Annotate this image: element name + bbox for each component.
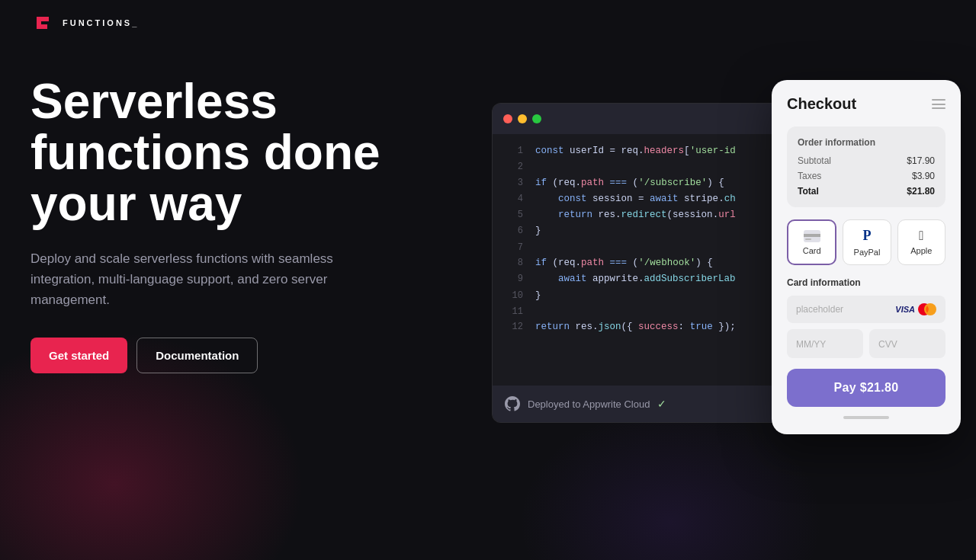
card-info-section: Card information placeholder VISA MM/YY … [787, 277, 946, 358]
visa-logo: VISA [895, 305, 915, 314]
payment-method-card[interactable]: Card [787, 219, 836, 265]
code-line-3: 3 if (req.path === ('/subscribe') { [493, 175, 781, 191]
cvv-placeholder: CVV [878, 339, 897, 350]
github-icon [505, 396, 520, 411]
code-line-10: 10 } [493, 288, 781, 304]
header: FUNCTIONS_ [0, 0, 976, 46]
checkout-card: Checkout Order information Subtotal $17.… [772, 80, 961, 434]
subtotal-label: Subtotal [798, 155, 831, 166]
hero-section: Serverless functions done your way Deplo… [30, 76, 381, 373]
code-line-4: 4 const session = await stripe.ch [493, 191, 781, 207]
close-dot [503, 114, 512, 123]
credit-card-icon [804, 230, 820, 242]
code-line-7: 7 [493, 240, 781, 255]
order-info-section: Order information Subtotal $17.90 Taxes … [787, 126, 946, 207]
pay-button[interactable]: Pay $21.80 [787, 369, 946, 407]
taxes-row: Taxes $3.90 [798, 171, 935, 181]
code-titlebar [493, 104, 781, 134]
card-expiry-cvv-row: MM/YY CVV [787, 329, 946, 358]
total-row: Total $21.80 [798, 186, 935, 197]
card-logos: VISA [895, 303, 936, 315]
svg-rect-1 [804, 234, 820, 237]
menu-line-1 [932, 99, 946, 101]
appwrite-logo-icon [30, 11, 55, 35]
code-line-1: 1 const userId = req.headers['user-id [493, 143, 781, 159]
taxes-label: Taxes [798, 171, 821, 181]
menu-icon[interactable] [932, 99, 946, 109]
total-value: $21.80 [907, 186, 935, 197]
paypal-label: PayPal [854, 248, 881, 257]
card-label: Card [803, 246, 821, 255]
get-started-button[interactable]: Get started [30, 338, 127, 373]
card-cvv-field[interactable]: CVV [869, 329, 946, 358]
hero-description: Deploy and scale serverless functions wi… [30, 248, 351, 311]
total-label: Total [798, 186, 819, 197]
card-number-placeholder: placeholder [796, 304, 843, 315]
mastercard-logo [918, 303, 936, 315]
home-indicator [843, 416, 889, 419]
card-expiry-field[interactable]: MM/YY [787, 329, 863, 358]
code-line-11: 11 [493, 304, 781, 319]
code-line-6: 6 } [493, 223, 781, 239]
paypal-icon: P [862, 228, 871, 244]
subtotal-value: $17.90 [907, 155, 935, 166]
code-line-9: 9 await appwrite.addSubscriberLab [493, 271, 781, 287]
documentation-button[interactable]: Documentation [136, 338, 258, 373]
minimize-dot [518, 114, 527, 123]
svg-rect-2 [805, 238, 811, 240]
menu-line-3 [932, 107, 946, 109]
logo-text: FUNCTIONS_ [63, 18, 139, 27]
code-body: 1 const userId = req.headers['user-id 2 … [493, 134, 781, 344]
check-mark: ✓ [657, 398, 666, 410]
payment-methods: Card P PayPal  Apple [787, 219, 946, 265]
apple-icon:  [919, 229, 923, 242]
apple-label: Apple [910, 246, 932, 255]
subtotal-row: Subtotal $17.90 [798, 155, 935, 166]
code-footer: Deployed to Appwrite Cloud ✓ [493, 386, 781, 422]
menu-line-2 [932, 104, 946, 105]
code-line-8: 8 if (req.path === ('/webhook') { [493, 255, 781, 271]
expiry-placeholder: MM/YY [796, 339, 826, 350]
code-line-2: 2 [493, 159, 781, 174]
payment-method-paypal[interactable]: P PayPal [843, 219, 891, 265]
taxes-value: $3.90 [912, 171, 935, 181]
card-number-field[interactable]: placeholder VISA [787, 296, 946, 323]
payment-method-apple[interactable]:  Apple [897, 219, 946, 265]
checkout-header: Checkout [787, 95, 946, 113]
code-editor-window: 1 const userId = req.headers['user-id 2 … [492, 103, 782, 423]
order-info-title: Order information [798, 137, 935, 148]
hero-buttons: Get started Documentation [30, 338, 381, 373]
code-line-12: 12 return res.json({ success: true }); [493, 319, 781, 335]
code-line-5: 5 return res.redirect(session.url [493, 207, 781, 223]
fullscreen-dot [532, 114, 541, 123]
hero-title: Serverless functions done your way [30, 76, 381, 230]
checkout-title: Checkout [787, 95, 856, 113]
card-info-title: Card information [787, 277, 946, 288]
logo: FUNCTIONS_ [30, 11, 139, 35]
deploy-text: Deployed to Appwrite Cloud [528, 398, 650, 410]
